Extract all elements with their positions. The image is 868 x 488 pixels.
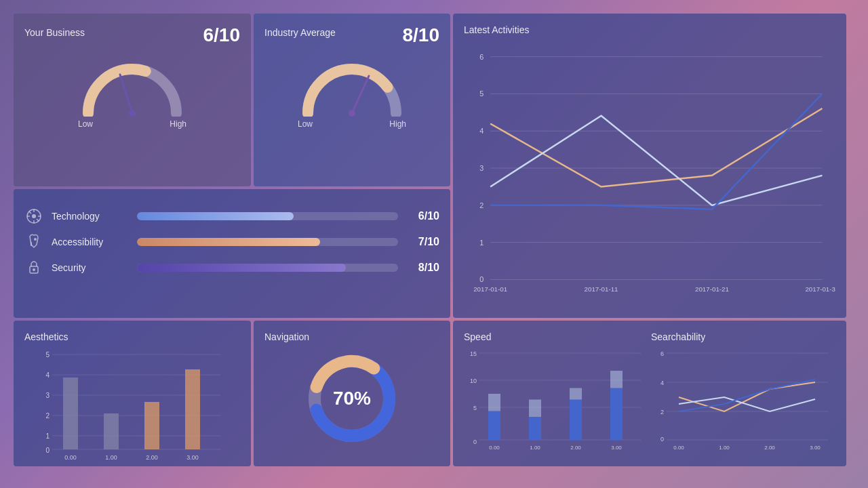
technology-bar [137, 212, 294, 220]
svg-text:0.00: 0.00 [64, 454, 77, 461]
svg-line-0 [120, 75, 132, 113]
svg-text:15: 15 [470, 350, 477, 357]
svg-text:0: 0 [45, 447, 50, 454]
svg-text:4: 4 [660, 380, 664, 386]
svg-text:5: 5 [473, 405, 477, 411]
svg-line-2 [352, 76, 369, 113]
accessibility-bar [137, 238, 320, 246]
svg-rect-47 [104, 413, 119, 449]
svg-rect-48 [144, 402, 159, 449]
security-metric: Security 8/10 [24, 258, 439, 277]
svg-text:4: 4 [45, 371, 50, 379]
accessibility-metric: Accessibility 7/10 [24, 232, 439, 251]
technology-icon [24, 207, 43, 226]
svg-rect-70 [570, 388, 582, 400]
speed-searchability-panel: Speed 15 10 5 0 [453, 321, 846, 466]
svg-rect-68 [529, 400, 541, 418]
svg-text:3: 3 [45, 392, 50, 399]
aesthetics-title: Aesthetics [24, 331, 240, 342]
svg-text:2.00: 2.00 [146, 454, 158, 461]
navigation-panel: Navigation 70% [254, 321, 450, 466]
searchability-panel-inner: Searchability 6 4 2 0 0.00 [651, 331, 835, 456]
technology-bar-container [137, 212, 398, 220]
metrics-panel: Technology 6/10 Accessibility 7/10 [14, 189, 450, 318]
svg-text:3.00: 3.00 [186, 454, 199, 461]
svg-text:1: 1 [45, 432, 50, 440]
svg-rect-69 [570, 400, 582, 441]
your-business-panel: Your Business 6/10 Low High [14, 14, 251, 186]
industry-average-gauge [298, 56, 406, 117]
your-business-low: Low [78, 119, 93, 129]
your-business-high: High [170, 119, 186, 129]
searchability-title: Searchability [651, 331, 835, 342]
svg-text:1.00: 1.00 [530, 445, 540, 451]
svg-line-10 [29, 211, 31, 214]
svg-text:2017-01-01: 2017-01-01 [473, 285, 507, 293]
svg-text:5: 5 [45, 351, 50, 359]
industry-average-gauge-labels: Low High [298, 119, 406, 129]
your-business-score: 6/10 [203, 24, 241, 46]
svg-text:3.00: 3.00 [611, 445, 622, 451]
svg-text:2: 2 [479, 201, 484, 209]
industry-average-low: Low [298, 119, 313, 129]
svg-text:0.00: 0.00 [673, 445, 684, 451]
svg-text:1.00: 1.00 [719, 445, 730, 451]
accessibility-icon [24, 232, 43, 251]
svg-point-12 [34, 238, 37, 241]
accessibility-score: 7/10 [409, 236, 439, 248]
dashboard: Your Business 6/10 Low High Industry Ave… [14, 14, 854, 474]
industry-average-title: Industry Average [264, 27, 336, 38]
svg-text:3.00: 3.00 [810, 445, 821, 451]
svg-text:0: 0 [473, 439, 477, 445]
svg-point-15 [33, 268, 35, 271]
svg-point-1 [129, 110, 136, 117]
svg-point-3 [349, 110, 355, 117]
latest-activities-panel: Latest Activities 6 5 4 3 2 1 0 2017-01-… [453, 14, 846, 318]
svg-rect-67 [529, 417, 541, 440]
svg-text:2: 2 [660, 409, 664, 415]
industry-average-panel: Industry Average 8/10 Low High [254, 14, 450, 186]
your-business-gauge-labels: Low High [78, 119, 186, 129]
latest-activities-chart: 6 5 4 3 2 1 0 2017-01-01 2017-01-11 2017… [464, 41, 835, 298]
svg-text:5: 5 [479, 89, 484, 98]
accessibility-label: Accessibility [52, 237, 126, 247]
navigation-donut-container: 70% [264, 348, 439, 449]
svg-point-5 [32, 214, 36, 218]
speed-title: Speed [464, 331, 648, 342]
accessibility-bar-container [137, 238, 398, 246]
security-score: 8/10 [409, 262, 439, 274]
security-label: Security [52, 262, 126, 273]
svg-text:6: 6 [660, 350, 664, 357]
svg-text:2017-01-11: 2017-01-11 [585, 285, 618, 293]
industry-average-score: 8/10 [403, 24, 440, 46]
aesthetics-panel: Aesthetics 5 4 3 2 1 0 0.00 [14, 321, 251, 466]
security-icon [24, 258, 43, 277]
technology-label: Technology [52, 211, 126, 222]
technology-score: 6/10 [409, 210, 439, 222]
svg-text:3: 3 [479, 164, 484, 172]
svg-rect-71 [610, 388, 623, 441]
svg-text:0: 0 [479, 275, 484, 283]
svg-rect-66 [488, 394, 500, 411]
your-business-gauge [78, 56, 186, 117]
svg-line-11 [37, 219, 39, 221]
svg-rect-65 [488, 411, 500, 441]
security-bar [137, 264, 346, 272]
svg-rect-72 [610, 371, 623, 388]
svg-text:0.00: 0.00 [489, 445, 500, 451]
security-bar-container [137, 264, 398, 272]
svg-rect-49 [185, 369, 200, 449]
industry-average-high: High [389, 119, 406, 129]
svg-text:2.00: 2.00 [570, 445, 581, 451]
svg-text:6: 6 [479, 53, 484, 61]
svg-text:10: 10 [470, 378, 477, 384]
svg-text:4: 4 [479, 127, 484, 135]
latest-activities-title: Latest Activities [464, 24, 835, 35]
speed-panel-inner: Speed 15 10 5 0 [464, 331, 648, 456]
svg-text:2: 2 [45, 412, 50, 420]
navigation-title: Navigation [264, 331, 439, 342]
svg-text:2.00: 2.00 [764, 445, 775, 451]
svg-text:2017-01-31: 2017-01-31 [805, 285, 835, 293]
svg-rect-46 [63, 378, 78, 449]
svg-text:1: 1 [479, 239, 484, 247]
